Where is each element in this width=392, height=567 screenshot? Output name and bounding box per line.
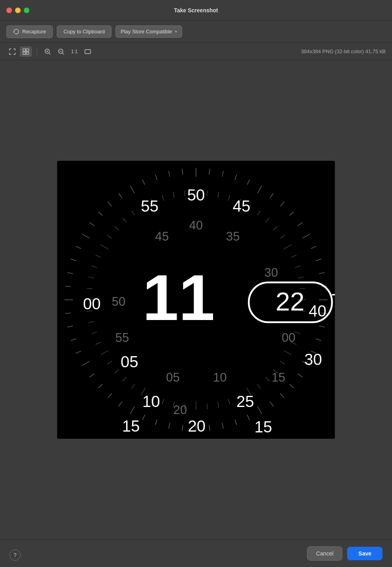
svg-text:00: 00	[282, 331, 295, 345]
svg-text:30: 30	[264, 266, 278, 280]
help-button[interactable]: ?	[10, 550, 21, 561]
zoom-out-button[interactable]	[55, 46, 67, 57]
format-dropdown[interactable]: Play Store Compatible ▾	[115, 25, 182, 38]
svg-text:45: 45	[155, 230, 169, 243]
svg-text:50: 50	[112, 295, 125, 309]
watch-face-image: 50 45 55 00 10 25 05 40 30 20 15 15 40 3…	[57, 161, 335, 439]
svg-text:10: 10	[213, 370, 227, 384]
svg-text:05: 05	[166, 370, 179, 384]
svg-text:30: 30	[304, 351, 322, 368]
svg-text:15: 15	[122, 417, 140, 435]
grid-view-button[interactable]	[20, 46, 32, 57]
svg-rect-11	[85, 50, 90, 54]
svg-text:22: 22	[275, 287, 304, 316]
help-label: ?	[13, 552, 17, 558]
zoom-in-icon	[44, 48, 51, 55]
svg-text:20: 20	[188, 417, 206, 435]
svg-line-10	[63, 53, 64, 54]
recapture-label: Recapture	[22, 29, 46, 35]
view-toolbar: 1:1 384x384 PNG (32-bit color) 41.75 kB	[0, 43, 392, 60]
window-title: Take Screenshot	[174, 7, 218, 14]
recapture-icon	[13, 29, 19, 35]
svg-text:55: 55	[141, 197, 159, 215]
window-controls	[6, 8, 29, 13]
dropdown-label: Play Store Compatible	[121, 29, 172, 35]
view-controls-group	[6, 46, 32, 57]
svg-text:25: 25	[236, 393, 254, 410]
svg-text:35: 35	[226, 230, 240, 243]
svg-rect-3	[26, 52, 29, 54]
zoom-out-icon	[58, 48, 65, 55]
toolbar-divider-1	[37, 47, 37, 56]
title-bar: Take Screenshot	[0, 0, 392, 21]
svg-line-7	[49, 53, 51, 54]
fit-icon	[9, 48, 16, 55]
actual-size-label: 1:1	[71, 49, 78, 54]
frame-icon	[84, 48, 91, 55]
chevron-down-icon: ▾	[175, 29, 177, 34]
svg-text:50: 50	[187, 186, 205, 204]
svg-text:10: 10	[142, 393, 160, 410]
copy-label: Copy to Clipboard	[63, 29, 105, 35]
toolbar: Recapture Copy to Clipboard Play Store C…	[0, 21, 392, 43]
minimize-button[interactable]	[15, 8, 21, 13]
close-button[interactable]	[6, 8, 12, 13]
svg-text:40: 40	[189, 218, 203, 232]
svg-text:11: 11	[142, 261, 215, 334]
svg-text:40: 40	[309, 302, 327, 320]
svg-text:55: 55	[115, 331, 129, 345]
zoom-in-button[interactable]	[42, 46, 54, 57]
maximize-button[interactable]	[24, 8, 29, 13]
bottom-bar: ? Cancel Save	[0, 539, 392, 567]
save-button[interactable]: Save	[347, 547, 382, 560]
zoom-controls-group: 1:1	[42, 46, 94, 57]
cancel-button[interactable]: Cancel	[307, 546, 343, 561]
svg-rect-0	[23, 49, 25, 51]
svg-text:15: 15	[272, 370, 285, 384]
svg-text:20: 20	[173, 403, 187, 417]
grid-icon	[22, 48, 29, 55]
svg-text:45: 45	[233, 197, 251, 215]
fit-view-button[interactable]	[6, 46, 18, 57]
svg-rect-2	[23, 52, 25, 54]
svg-text:05: 05	[121, 353, 138, 370]
canvas-area: 50 45 55 00 10 25 05 40 30 20 15 15 40 3…	[0, 60, 392, 539]
svg-text:15: 15	[254, 418, 272, 436]
save-label: Save	[358, 550, 371, 557]
svg-text:00: 00	[83, 295, 101, 312]
copy-to-clipboard-button[interactable]: Copy to Clipboard	[57, 25, 111, 38]
frame-button[interactable]	[82, 46, 94, 57]
svg-rect-1	[26, 49, 29, 51]
actual-size-button[interactable]: 1:1	[69, 47, 80, 56]
recapture-button[interactable]: Recapture	[6, 25, 53, 38]
cancel-label: Cancel	[316, 550, 334, 557]
image-info: 384x384 PNG (32-bit color) 41.75 kB	[301, 48, 386, 54]
